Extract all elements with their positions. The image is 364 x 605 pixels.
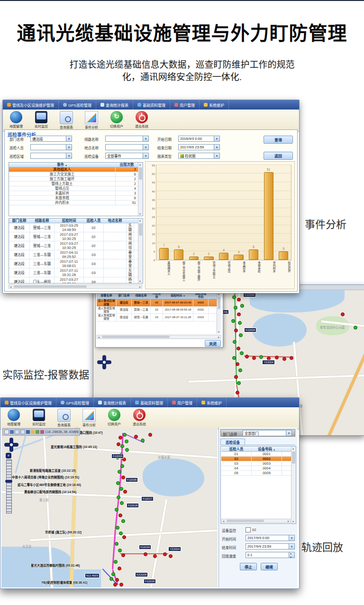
menu-item-0[interactable]: 管线及小区设施维护管理 xyxy=(0,398,56,407)
bar[interactable] xyxy=(249,249,258,260)
toolbar-button-exit[interactable]: 退出系统 xyxy=(131,110,152,130)
patrol-table-vscrollbar[interactable] xyxy=(138,219,143,283)
map-marker[interactable] xyxy=(118,470,121,474)
map-marker[interactable] xyxy=(252,356,256,360)
bar[interactable] xyxy=(234,255,243,260)
column-header[interactable] xyxy=(127,219,134,223)
column-header[interactable]: 事件▲ xyxy=(9,163,116,167)
region-select[interactable] xyxy=(30,153,72,159)
menu-item-1[interactable]: GPS巡检管理 xyxy=(59,100,96,110)
map-marker[interactable] xyxy=(148,433,152,437)
table-row[interactable]: 040004 xyxy=(221,466,291,471)
map-marker[interactable] xyxy=(115,578,119,582)
map-marker[interactable] xyxy=(238,368,242,372)
dropdown-arrow-icon[interactable] xyxy=(143,145,148,150)
map-marker[interactable] xyxy=(118,567,121,570)
playback-map[interactable]: F22005F22017F22018F22034YZ2004F22004612.… xyxy=(1,427,218,587)
menu-item-3[interactable]: 基础资料管理 xyxy=(133,100,170,110)
toolbar-button-user[interactable]: 切换用户 xyxy=(104,408,125,428)
menu-item-3[interactable]: 基础资料管理 xyxy=(131,398,168,407)
dropdown-arrow-icon[interactable] xyxy=(289,544,294,549)
map-pan-tool-icon[interactable] xyxy=(10,430,14,434)
patrol-table-hscrollbar[interactable] xyxy=(9,284,142,289)
map-marker[interactable] xyxy=(234,375,238,379)
menu-item-0[interactable]: 管线及小区设施维护管理 xyxy=(3,100,59,110)
table-row[interactable]: 管线占压4 xyxy=(9,186,138,191)
table-row[interactable]: 施工方交叉施工6 xyxy=(9,172,138,177)
table-row[interactable]: 施工方施工破坏2 xyxy=(9,177,138,182)
scroll-thumb[interactable] xyxy=(227,520,264,522)
map-marker[interactable] xyxy=(238,321,242,325)
continue-button[interactable]: 继续 xyxy=(261,563,278,570)
map-pan-control[interactable] xyxy=(97,355,111,369)
chart-type-select[interactable]: 柱状图 xyxy=(178,153,220,159)
map-marker[interactable] xyxy=(237,347,240,350)
map-marker[interactable] xyxy=(123,433,127,437)
map-marker[interactable] xyxy=(119,487,123,491)
alarm-table-hscrollbar[interactable] xyxy=(97,335,221,339)
column-header[interactable]: 部门名称 xyxy=(9,219,30,223)
table-row[interactable]: 井内积水51 xyxy=(9,201,138,205)
menu-item-4[interactable]: 用户管理 xyxy=(170,100,200,110)
bar[interactable] xyxy=(189,257,199,260)
scroll-thumb[interactable] xyxy=(102,336,170,338)
table-row[interactable]: 030003 xyxy=(221,461,291,466)
table-row[interactable]: 进入警戒区域报警塘沽段闸坝—东疆032017-08-07 16:11:28000… xyxy=(97,314,217,321)
map-marker[interactable] xyxy=(118,436,122,440)
table-row[interactable]: 进入警戒区域报警塘沽段营城—三淮022017-08-07 09:23:36000… xyxy=(97,299,217,306)
map-marker[interactable] xyxy=(237,298,241,302)
stop-button[interactable]: 停止 xyxy=(240,563,257,570)
bar[interactable] xyxy=(279,251,288,260)
table-row[interactable]: 塘沽段三淮—东疆2017-07-11 16:31:2603东疆 xyxy=(9,268,138,277)
line-select[interactable] xyxy=(105,136,149,142)
bar[interactable] xyxy=(159,248,169,260)
toolbar-button-event[interactable]: 事件分析 xyxy=(79,408,100,428)
map-marker[interactable] xyxy=(117,495,120,499)
toolbar-button-report[interactable]: 查询报表 xyxy=(56,110,77,130)
column-header[interactable]: 地点名称 xyxy=(104,219,127,223)
dropdown-arrow-icon[interactable] xyxy=(214,136,219,141)
scroll-thumb[interactable] xyxy=(139,167,142,180)
map-marker[interactable] xyxy=(120,444,124,448)
table-row[interactable]: 进入警戒区域报警塘沽段营城—三淮022017-08-08 09:55:18000… xyxy=(97,307,217,314)
map-marker[interactable] xyxy=(121,553,125,557)
toolbar-button-report[interactable]: 查询报表 xyxy=(54,408,74,428)
dept-select[interactable]: 塘沽段 xyxy=(30,136,72,142)
end-time-select[interactable]: 2017/9/9 23:59 xyxy=(246,543,295,550)
dropdown-arrow-icon[interactable] xyxy=(143,153,148,158)
map-marker[interactable] xyxy=(236,391,239,394)
table-row[interactable]: 管线上方取土2 xyxy=(9,182,138,186)
dropdown-arrow-icon[interactable] xyxy=(143,136,148,141)
map-marker[interactable] xyxy=(121,476,125,479)
map-marker[interactable] xyxy=(341,312,345,316)
map-marker[interactable] xyxy=(113,583,117,587)
device-monitor-checkbox[interactable] xyxy=(246,527,251,532)
map-marker[interactable] xyxy=(118,513,122,517)
column-header[interactable]: 出现次数 xyxy=(116,163,138,167)
table-row[interactable]: 塘沽段三淮—东疆2017-07-11 16:08:0103秦皇 xyxy=(9,259,138,268)
table-row[interactable]: 塘沽段营城—三淮2017-03-27 10:30:2502闸坝 xyxy=(9,232,138,241)
scroll-thumb[interactable] xyxy=(139,223,142,236)
toolbar-button-monitor[interactable]: 实时监控 xyxy=(28,408,49,428)
dropdown-arrow-icon[interactable] xyxy=(66,153,72,158)
map-marker[interactable] xyxy=(290,356,293,360)
scroll-thumb[interactable] xyxy=(14,285,87,288)
column-header[interactable]: 巡检人员 xyxy=(84,219,104,223)
dropdown-arrow-icon[interactable] xyxy=(214,145,219,150)
map-marker[interactable] xyxy=(116,526,119,530)
event-table-vscrollbar[interactable] xyxy=(138,163,143,216)
table-row[interactable]: 未盖好井3 xyxy=(9,191,138,196)
dropdown-arrow-icon[interactable] xyxy=(66,145,72,150)
toolbar-button-map[interactable]: 地图管理 xyxy=(3,408,24,428)
map-marker[interactable] xyxy=(121,519,125,523)
map-marker[interactable] xyxy=(240,304,244,308)
map-marker[interactable] xyxy=(120,501,124,505)
scroll-thumb[interactable] xyxy=(218,297,220,309)
end-date-select[interactable]: 2017/9/9 23:59 xyxy=(178,144,220,150)
map-marker[interactable] xyxy=(259,355,263,359)
map-marker[interactable] xyxy=(115,508,118,512)
map-marker[interactable] xyxy=(237,312,241,316)
map-marker[interactable] xyxy=(144,552,147,556)
map-marker[interactable] xyxy=(141,439,145,442)
stepper-arrows-icon[interactable] xyxy=(289,552,294,558)
